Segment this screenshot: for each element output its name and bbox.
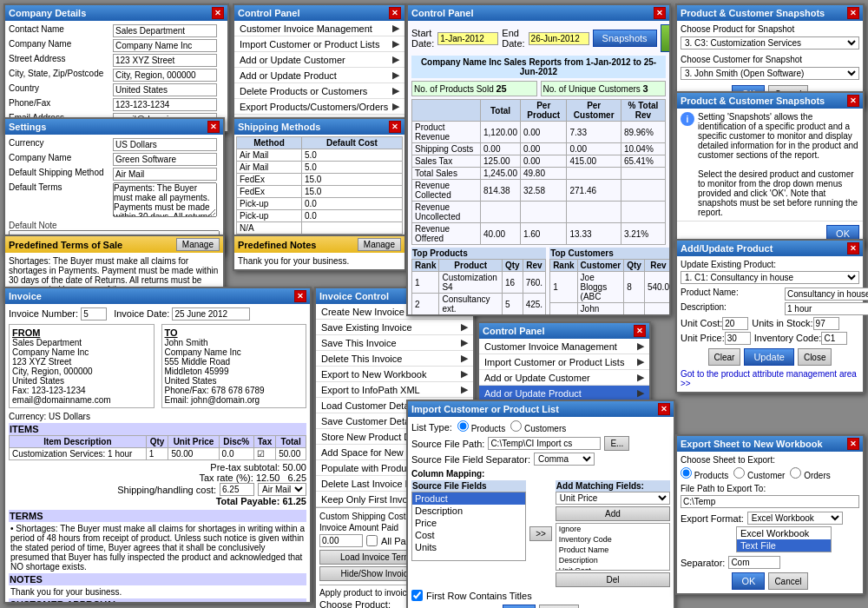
menu-delete-products[interactable]: Delete Products or Customers▶ (234, 83, 404, 99)
start-date-input[interactable] (437, 32, 498, 45)
matching-field-select[interactable]: Unit Price (556, 492, 670, 505)
save-this-item[interactable]: Save This Invoice▶ (316, 335, 473, 351)
item-desc-header: Item Description (10, 436, 147, 448)
company-details-close[interactable]: ✕ (212, 7, 224, 19)
shipping-cost-input[interactable] (220, 483, 254, 496)
map-right-button[interactable]: >> (529, 526, 552, 541)
products-radio[interactable] (457, 420, 469, 432)
currency-input[interactable] (113, 138, 217, 151)
file-path-input[interactable] (681, 495, 859, 508)
menu-import-customer[interactable]: Import Customer or Product Lists▶ (234, 36, 404, 52)
shipping-method-select[interactable]: Air Mail (258, 483, 306, 496)
invoice-number-input[interactable] (81, 307, 107, 321)
del-field-button[interactable]: Del (556, 572, 670, 587)
default-terms-textarea[interactable]: Payments: The Buyer must make all paymen… (113, 182, 217, 217)
invoice-close[interactable]: ✕ (294, 290, 306, 302)
update-product-button[interactable]: Update (744, 348, 793, 366)
settings-close[interactable]: ✕ (207, 121, 220, 133)
control-panel2-close[interactable]: ✕ (634, 325, 646, 337)
menu-add-product[interactable]: Add or Update Product▶ (234, 68, 404, 83)
shipping-methods-close[interactable]: ✕ (389, 121, 401, 133)
separator-select[interactable]: Comma (534, 453, 595, 466)
excel-workbook-option[interactable]: Excel Workbook (737, 527, 831, 539)
snapshots-button[interactable]: Snapshots (593, 30, 657, 47)
menu2-customer-invoice[interactable]: Customer Invoice Management▶ (479, 339, 649, 354)
run-reports-button[interactable]: Run Reports (661, 24, 671, 52)
shipping-method-input[interactable] (113, 168, 217, 181)
default-note-text: Default Note (9, 221, 220, 230)
units-stock-input[interactable] (813, 317, 839, 330)
product-snapshot-titlebar: Product & Customer Snapshots ✕ (677, 5, 863, 21)
source-field-price[interactable]: Price (412, 517, 525, 529)
text-file-option[interactable]: Text File (737, 539, 831, 552)
inv-code-input[interactable] (821, 332, 847, 345)
import-cancel-button[interactable]: Cancel (539, 605, 578, 608)
arrow-icon3: ▶ (392, 54, 399, 65)
company-name-input[interactable] (113, 39, 217, 52)
customer-snapshot-dropdown[interactable]: 3. John Smith (Open Software) (681, 67, 859, 80)
menu2-add-customer[interactable]: Add or Update Customer▶ (479, 370, 649, 386)
sheet-orders-radio[interactable] (790, 467, 801, 479)
export-format-select[interactable]: Excel Workbook Text File (747, 512, 843, 525)
report-panel-close[interactable]: ✕ (654, 7, 666, 19)
country-input[interactable] (113, 83, 217, 96)
clear-product-button[interactable]: Clear (708, 348, 741, 366)
product-attr-link2[interactable]: Got to the product attribute management … (681, 369, 859, 388)
menu-export-products[interactable]: Export Products/Customers/Orders▶ (234, 99, 404, 115)
product-snapshot-info-close[interactable]: ✕ (847, 95, 859, 107)
sheet-products-radio[interactable] (681, 467, 692, 479)
all-paid-checkbox[interactable] (366, 535, 378, 546)
amount-paid-input[interactable] (319, 534, 363, 547)
unit-price-input[interactable] (725, 332, 751, 345)
sheet-customer-radio[interactable] (733, 467, 745, 479)
delete-invoice-item[interactable]: Delete This Invoice▶ (316, 351, 473, 367)
prod-desc-input[interactable] (785, 302, 868, 315)
products-sold-box: No. of Products Sold 25 (411, 81, 537, 96)
product-snapshot-info-titlebar: Product & Customer Snapshots ✕ (677, 93, 863, 109)
separator-input[interactable] (728, 556, 780, 569)
export-cancel-button[interactable]: Cancel (768, 572, 807, 590)
unit-cost-input[interactable] (722, 317, 748, 330)
end-date-input[interactable] (529, 32, 589, 45)
source-field-units[interactable]: Units (412, 541, 525, 553)
export-sheet-close[interactable]: ✕ (847, 438, 859, 450)
product-snapshot-close[interactable]: ✕ (847, 7, 859, 19)
export-workbook-item[interactable]: Export to New Workbook▶ (316, 367, 473, 382)
source-fields-list[interactable]: Product Description Price Cost Units (411, 492, 526, 561)
export-ok-button[interactable]: OK (732, 572, 765, 590)
contact-name-input[interactable] (113, 24, 217, 37)
control-panel-close[interactable]: ✕ (389, 7, 401, 19)
update-product-select[interactable]: 1. C1: Consultancy in house (681, 271, 859, 284)
menu-customer-invoice[interactable]: Customer Invoice Management▶ (234, 21, 404, 36)
compname-input[interactable] (113, 153, 217, 166)
customers-radio[interactable] (510, 420, 522, 432)
export-infopath-item[interactable]: Export to InfoPath XML▶ (316, 382, 473, 398)
menu2-import-customer[interactable]: Import Customer or Product Lists▶ (479, 354, 649, 370)
source-file-input[interactable] (488, 437, 601, 450)
phone-input[interactable] (113, 98, 217, 111)
source-field-product[interactable]: Product (412, 492, 525, 505)
menu-add-customer[interactable]: Add or Update Customer▶ (234, 52, 404, 68)
import-list-close[interactable]: ✕ (658, 403, 670, 415)
manage-terms-button[interactable]: Manage (176, 238, 220, 251)
street-input[interactable] (113, 54, 217, 67)
prod-name-input[interactable] (785, 287, 868, 301)
add-field-button[interactable]: Add (556, 506, 670, 521)
add-update-product-close[interactable]: ✕ (847, 242, 859, 254)
product-snapshot-dropdown[interactable]: 3. C3: Customization Services (681, 36, 859, 50)
first-row-titles-checkbox[interactable] (411, 590, 423, 601)
close-product-button[interactable]: Close (798, 348, 832, 366)
source-field-cost[interactable]: Cost (412, 529, 525, 541)
import-list-titlebar: Import Customer or Product List ✕ (408, 401, 674, 417)
product-snapshot-info-title: Product & Customer Snapshots (681, 96, 825, 106)
browse-button[interactable]: E... (604, 436, 629, 451)
import-ok-button[interactable]: OK (503, 605, 536, 608)
save-existing-item[interactable]: Save Existing Invoice▶ (316, 320, 473, 335)
manage-notes-button[interactable]: Manage (358, 238, 401, 251)
city-input[interactable] (113, 69, 217, 82)
update-existing-label: Update Existing Product: (681, 260, 859, 269)
table-row: Product Revenue1,120.000.007.3389.96% (412, 122, 666, 143)
invoice-date-input[interactable] (172, 307, 250, 321)
discount-header: Disc% (219, 436, 253, 448)
source-field-description[interactable]: Description (412, 505, 525, 517)
